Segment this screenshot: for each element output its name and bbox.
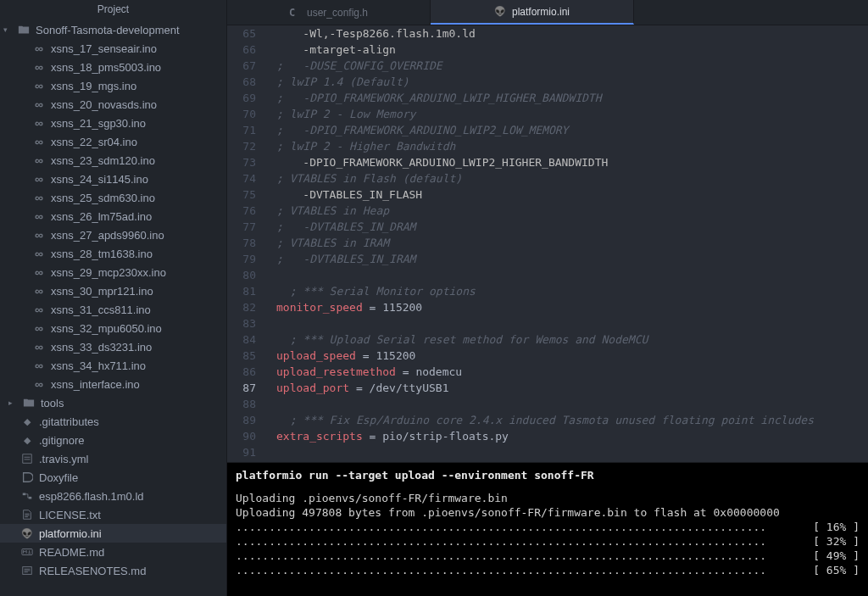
file-item[interactable]: LICENSE.txt (0, 505, 226, 524)
code-line[interactable]: 91 (227, 444, 868, 460)
code-line[interactable]: 87upload_port = /dev/ttyUSB1 (227, 380, 868, 396)
line-number: 78 (227, 235, 270, 251)
code-line[interactable]: 78; VTABLES in IRAM (227, 235, 868, 251)
git-icon (20, 415, 34, 428)
file-item[interactable]: xsns_19_mgs.ino (0, 76, 226, 95)
doxygen-icon (20, 471, 34, 484)
code-line[interactable]: 79; -DVTABLES_IN_IRAM (227, 251, 868, 267)
file-item[interactable]: xsns_32_mpu6050.ino (0, 319, 226, 337)
file-label: xsns_34_hx711.ino (51, 359, 146, 372)
progress-line: ........................................… (236, 549, 860, 563)
file-item[interactable]: xsns_27_apds9960.ino (0, 226, 226, 244)
file-item[interactable]: xsns_33_ds3231.ino (0, 337, 226, 356)
line-content: -DPIO_FRAMEWORK_ARDUINO_LWIP2_HIGHER_BAN… (270, 154, 868, 170)
line-content: monitor_speed = 115200 (270, 299, 868, 315)
code-line[interactable]: 69; -DPIO_FRAMEWORK_ARDUINO_LWIP_HIGHER_… (227, 90, 868, 106)
code-line[interactable]: 82monitor_speed = 115200 (227, 299, 868, 315)
file-item[interactable]: xsns_23_sdm120.ino (0, 151, 226, 170)
file-item[interactable]: xsns_interface.ino (0, 375, 226, 393)
file-item[interactable]: xsns_22_sr04.ino (0, 132, 226, 151)
project-root[interactable]: ▾ Sonoff-Tasmota-development (0, 20, 226, 39)
file-item[interactable]: .travis.yml (0, 449, 226, 468)
line-number: 82 (227, 299, 270, 315)
file-tree[interactable]: xsns_17_senseair.inoxsns_18_pms5003.inox… (0, 39, 226, 596)
file-label: .gitignore (39, 434, 84, 447)
file-label: xsns_25_sdm630.ino (51, 192, 155, 204)
code-line[interactable]: 76; VTABLES in Heap (227, 203, 868, 219)
line-content: extra_scripts = pio/strip-floats.py (270, 428, 868, 444)
line-number: 87 (227, 380, 270, 396)
file-item[interactable]: xsns_26_lm75ad.ino (0, 207, 226, 226)
line-content: -mtarget-align (270, 42, 868, 58)
code-line[interactable]: 71; -DPIO_FRAMEWORK_ARDUINO_LWIP2_LOW_ME… (227, 122, 868, 138)
file-item[interactable]: xsns_28_tm1638.ino (0, 244, 226, 263)
code-line[interactable]: 73 -DPIO_FRAMEWORK_ARDUINO_LWIP2_HIGHER_… (227, 154, 868, 170)
arduino-icon (32, 377, 46, 391)
file-item[interactable]: README.md (0, 543, 226, 561)
arduino-icon (32, 265, 46, 279)
file-item[interactable]: xsns_30_mpr121.ino (0, 281, 226, 300)
file-item[interactable]: xsns_18_pms5003.ino (0, 58, 226, 76)
file-label: xsns_19_mgs.ino (51, 80, 136, 92)
terminal-command: platformio run --target upload --environ… (236, 468, 860, 482)
file-item[interactable]: Doxyfile (0, 468, 226, 487)
file-item[interactable]: .gitignore (0, 431, 226, 449)
code-line[interactable]: 83 (227, 315, 868, 331)
file-item[interactable]: RELEASENOTES.md (0, 561, 226, 580)
platformio-icon (20, 526, 34, 540)
line-number: 70 (227, 106, 270, 122)
file-item[interactable]: xsns_29_mcp230xx.ino (0, 263, 226, 281)
code-line[interactable]: 70; lwIP 2 - Low Memory (227, 106, 868, 122)
file-item[interactable]: esp8266.flash.1m0.ld (0, 487, 226, 505)
file-item[interactable]: xsns_24_si1145.ino (0, 170, 226, 188)
folder-item-tools[interactable]: ▸tools (0, 393, 226, 412)
file-item[interactable]: xsns_25_sdm630.ino (0, 188, 226, 207)
file-item[interactable]: xsns_31_ccs811.ino (0, 300, 226, 319)
editor-area: user_config.hplatformio.ini 65 -Wl,-Tesp… (227, 0, 868, 596)
code-line[interactable]: 88 (227, 396, 868, 412)
file-item[interactable]: platformio.ini (0, 524, 226, 543)
file-item[interactable]: xsns_20_novasds.ino (0, 95, 226, 114)
code-line[interactable]: 74; VTABLES in Flash (default) (227, 170, 868, 187)
code-line[interactable]: 81 ; *** Serial Monitor options (227, 283, 868, 299)
code-line[interactable]: 75 -DVTABLES_IN_FLASH (227, 187, 868, 203)
code-line[interactable]: 86upload_resetmethod = nodemcu (227, 364, 868, 380)
code-line[interactable]: 89 ; *** Fix Esp/Arduino core 2.4.x indu… (227, 412, 868, 428)
line-content: ; -DPIO_FRAMEWORK_ARDUINO_LWIP_HIGHER_BA… (270, 90, 868, 106)
code-line[interactable]: 77; -DVTABLES_IN_DRAM (227, 219, 868, 235)
file-item[interactable]: xsns_21_sgp30.ino (0, 114, 226, 132)
code-line[interactable]: 84 ; *** Upload Serial reset method for … (227, 331, 868, 348)
file-item[interactable]: xsns_34_hx711.ino (0, 356, 226, 375)
terminal-panel[interactable]: platformio run --target upload --environ… (227, 462, 868, 596)
line-content: upload_resetmethod = nodemcu (270, 364, 868, 380)
line-number: 65 (227, 25, 270, 42)
tab-bar: user_config.hplatformio.ini (227, 0, 868, 25)
code-line[interactable]: 90extra_scripts = pio/strip-floats.py (227, 428, 868, 444)
code-line[interactable]: 67; -DUSE_CONFIG_OVERRIDE (227, 58, 868, 74)
editor-tab[interactable]: user_config.h (227, 0, 431, 25)
code-editor[interactable]: 65 -Wl,-Tesp8266.flash.1m0.ld66 -mtarget… (227, 25, 868, 462)
terminal-output-line: Uploading 497808 bytes from .pioenvs/son… (236, 505, 860, 520)
code-line[interactable]: 66 -mtarget-align (227, 42, 868, 58)
line-content: -Wl,-Tesp8266.flash.1m0.ld (270, 25, 868, 42)
arduino-icon (32, 284, 46, 298)
file-label: xsns_32_mpu6050.ino (51, 322, 162, 335)
line-content: ; VTABLES in IRAM (270, 235, 868, 251)
c-header-icon (289, 7, 301, 19)
code-line[interactable]: 68; lwIP 1.4 (Default) (227, 74, 868, 90)
releasenotes-icon (20, 564, 34, 577)
file-label: xsns_26_lm75ad.ino (51, 210, 152, 223)
terminal-output-line: Uploading .pioenvs/sonoff-FR/firmware.bi… (236, 491, 860, 505)
file-label: LICENSE.txt (39, 509, 101, 521)
file-label: xsns_21_sgp30.ino (51, 117, 146, 130)
editor-tab[interactable]: platformio.ini (431, 0, 634, 25)
line-number: 67 (227, 58, 270, 74)
code-line[interactable]: 85upload_speed = 115200 (227, 348, 868, 364)
arduino-icon (32, 303, 46, 316)
code-line[interactable]: 80 (227, 267, 868, 283)
terminal-progress: ........................................… (236, 520, 860, 577)
file-item[interactable]: .gitattributes (0, 412, 226, 431)
file-item[interactable]: xsns_17_senseair.ino (0, 39, 226, 58)
code-line[interactable]: 65 -Wl,-Tesp8266.flash.1m0.ld (227, 25, 868, 42)
code-line[interactable]: 72; lwIP 2 - Higher Bandwitdh (227, 138, 868, 154)
